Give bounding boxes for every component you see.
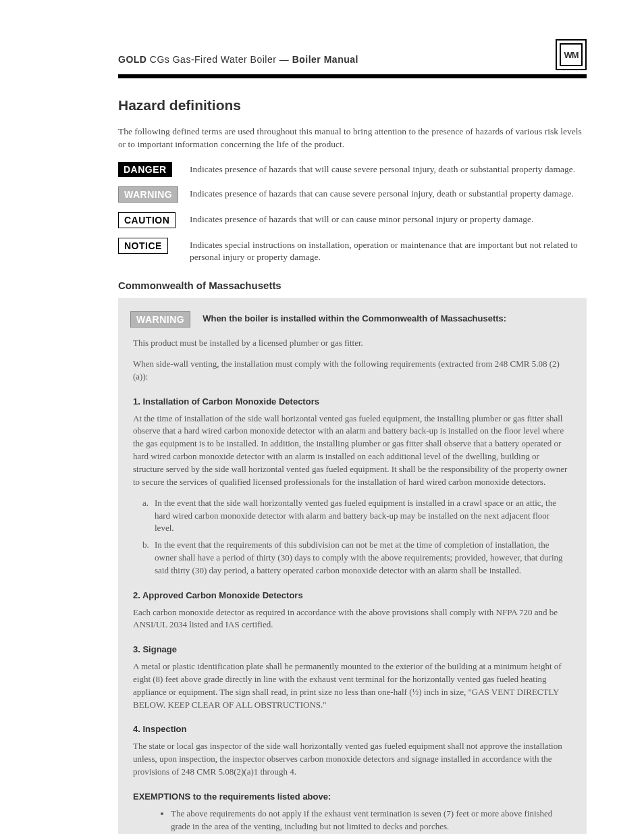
commonwealth-panel: WARNING When the boiler is installed wit… xyxy=(118,298,587,834)
notice-text: Indicates special instructions on instal… xyxy=(190,238,587,263)
panel-heading-text: When the boiler is installed within the … xyxy=(203,311,506,323)
sec1-b: In the event that the requirements of th… xyxy=(155,539,569,577)
exemptions-title: EXEMPTIONS to the requirements listed ab… xyxy=(133,791,569,804)
sec1-a: In the event that the side wall horizont… xyxy=(155,497,569,536)
sec4-title: 4. Inspection xyxy=(133,723,569,736)
hazard-row-caution: CAUTION Indicates presence of hazards th… xyxy=(118,212,587,228)
sec1-title: 1. Installation of Carbon Monoxide Detec… xyxy=(133,396,569,409)
danger-text: Indicates presence of hazards that will … xyxy=(190,162,587,176)
danger-label: DANGER xyxy=(118,162,172,177)
caution-text: Indicates presence of hazards that will … xyxy=(190,212,587,226)
panel-p2: When side-wall venting, the installation… xyxy=(133,358,569,384)
warning-label: WARNING xyxy=(118,186,178,203)
brand-logo: WM xyxy=(556,39,587,70)
caution-label: CAUTION xyxy=(118,212,176,228)
hazard-definitions: DANGER Indicates presence of hazards tha… xyxy=(118,162,587,263)
panel-warning-label: WARNING xyxy=(130,311,190,328)
hazard-row-warning: WARNING Indicates presence of hazards th… xyxy=(118,186,587,203)
sec2-title: 2. Approved Carbon Monoxide Detectors xyxy=(133,590,569,602)
sec3-body: A metal or plastic identification plate … xyxy=(133,660,569,711)
section-title: Hazard definitions xyxy=(118,97,587,113)
intro-paragraph: The following defined terms are used thr… xyxy=(118,126,587,151)
commonwealth-title: Commonwealth of Massachusetts xyxy=(118,280,587,291)
hazard-row-notice: NOTICE Indicates special instructions on… xyxy=(118,238,587,263)
hazard-row-danger: DANGER Indicates presence of hazards tha… xyxy=(118,162,587,177)
sec4-body: The state or local gas inspector of the … xyxy=(133,740,569,779)
warning-text: Indicates presence of hazards that can c… xyxy=(190,186,587,200)
header-divider xyxy=(118,74,587,78)
document-header: GOLD CGs Gas-Fired Water Boiler — Boiler… xyxy=(118,41,587,65)
doc-title: Boiler Manual xyxy=(292,54,358,65)
product-brand: GOLD xyxy=(118,54,146,65)
brand-logo-text: WM xyxy=(560,43,583,66)
product-title: CGs Gas-Fired Water Boiler — xyxy=(150,54,292,65)
exempt-item-1: The above requirements do not apply if t… xyxy=(171,808,569,833)
sec3-title: 3. Signage xyxy=(133,644,569,656)
notice-label: NOTICE xyxy=(118,238,168,254)
exemptions-list: The above requirements do not apply if t… xyxy=(133,808,569,834)
sec1-lead: At the time of installation of the side … xyxy=(133,413,569,489)
sec2-body: Each carbon monoxide detector as require… xyxy=(133,606,569,632)
panel-p1: This product must be installed by a lice… xyxy=(133,337,569,350)
